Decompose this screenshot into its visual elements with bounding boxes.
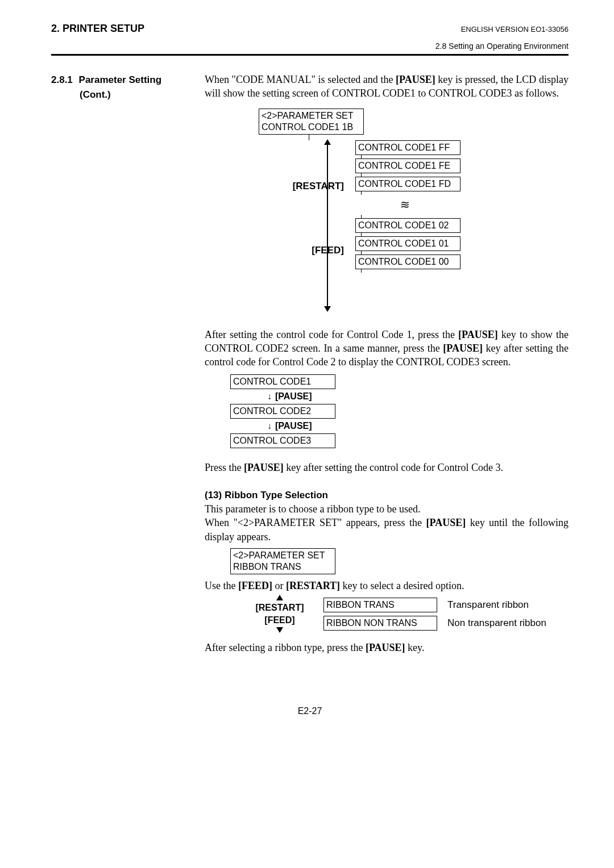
lcd-code2: CONTROL CODE2 <box>230 404 335 419</box>
section-cont: (Cont.) <box>80 89 111 100</box>
ribbon-trans-desc: Transparent ribbon <box>447 599 550 611</box>
pause-key-label: [PAUSE] <box>230 389 312 404</box>
section-number: 2.8.1 <box>51 74 73 85</box>
control-code-diagram: <2>PARAMETER SET CONTROL CODE1 1B [RESTA… <box>230 108 569 316</box>
doc-version: ENGLISH VERSION EO1-33056 <box>461 25 569 34</box>
page-number: E2-27 <box>51 706 569 716</box>
lcd-option: CONTROL CODE1 FD <box>355 177 460 191</box>
lcd-option: CONTROL CODE1 FE <box>355 158 460 173</box>
code-sequence-diagram: CONTROL CODE1 [PAUSE] CONTROL CODE2 [PAU… <box>230 374 569 448</box>
arrow-up-icon <box>276 595 283 600</box>
feed-key-label: [FEED] <box>243 614 317 627</box>
header-rule <box>51 54 569 56</box>
paragraph-2: After setting the control code for Contr… <box>205 328 569 369</box>
lcd-ribbon-trans: RIBBON TRANS <box>323 598 437 612</box>
lcd-option: CONTROL CODE1 00 <box>355 254 460 269</box>
lcd-ribbon-nontrans: RIBBON NON TRANS <box>323 616 437 631</box>
sec13-p4: After selecting a ribbon type, press the… <box>205 641 569 654</box>
paragraph-3: Press the [PAUSE] key after setting the … <box>205 461 569 474</box>
section-heading: 2.8.1 Parameter Setting (Cont.) <box>51 73 205 655</box>
lcd-option: CONTROL CODE1 02 <box>355 218 460 233</box>
arrow-down-icon <box>276 627 283 633</box>
lcd-option: CONTROL CODE1 01 <box>355 236 460 251</box>
sec13-p2: When "<2>PARAMETER SET" appears, press t… <box>205 516 569 544</box>
sec13-p3: Use the [FEED] or [RESTART] key to selec… <box>205 579 569 592</box>
restart-key-label: [RESTART] <box>243 602 317 614</box>
pause-key-label: [PAUSE] <box>230 419 312 433</box>
lcd-code1: CONTROL CODE1 <box>230 374 335 389</box>
subsection-heading: (13) Ribbon Type Selection <box>205 489 569 502</box>
lcd-param-set: <2>PARAMETER SET CONTROL CODE1 1B <box>259 108 364 135</box>
section-path: 2.8 Setting an Operating Environment <box>51 41 569 51</box>
ribbon-nontrans-desc: Non transparent ribbon <box>447 617 550 629</box>
ellipsis-icon: ≋ <box>355 197 455 212</box>
sec13-p1: This parameter is to choose a ribbon typ… <box>205 502 569 516</box>
chapter-title: 2. PRINTER SETUP <box>51 23 144 35</box>
lcd-option: CONTROL CODE1 FF <box>355 140 460 155</box>
paragraph-1: When "CODE MANUAL" is selected and the [… <box>205 73 569 101</box>
ribbon-lcd: <2>PARAMETER SET RIBBON TRANS <box>230 548 569 574</box>
restart-key-label: [RESTART] <box>230 180 355 193</box>
lcd-code3: CONTROL CODE3 <box>230 433 335 448</box>
ribbon-option-diagram: [RESTART] [FEED] RIBBON TRANS Transparen… <box>236 595 569 633</box>
section-name: Parameter Setting <box>79 74 162 85</box>
feed-key-label: [FEED] <box>230 244 355 257</box>
lcd-ribbon-param: <2>PARAMETER SET RIBBON TRANS <box>230 548 335 574</box>
